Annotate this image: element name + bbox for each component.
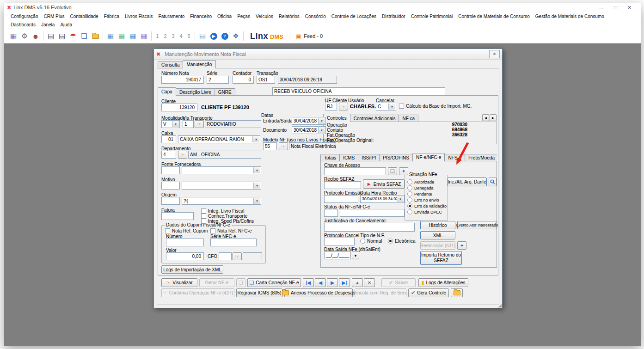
menu-item[interactable]: Distribuidor — [379, 13, 408, 20]
logs-alteracoes-button[interactable]: ▮ Logs de Alterações — [418, 278, 468, 287]
vincula-req-serv-button[interactable]: Vincula com Req. de Serv. — [355, 288, 406, 297]
checkbox-nota-ref-nfce[interactable]: Nota Ref. NFC-e — [210, 228, 251, 233]
dropdown-icon[interactable]: ▾ — [253, 183, 260, 189]
nav-last-button[interactable]: ▶| — [339, 278, 350, 287]
menu-item[interactable]: Oficina — [215, 13, 234, 20]
caixa-combo[interactable]: CAIXA OPERACIONAL RAION ▾ — [178, 135, 260, 143]
origem-code-field[interactable] — [161, 197, 180, 205]
status-desc-field[interactable] — [340, 209, 405, 217]
documento-date[interactable]: 30/04/2018 ▾ — [292, 126, 326, 134]
via-transporte-code-field[interactable]: 1 — [183, 120, 194, 128]
menu-item[interactable]: Fábrica — [101, 13, 122, 20]
radio-erro-de-validacao[interactable]: Erro de validação — [407, 203, 447, 208]
checkbox-calculo-base-import[interactable]: Cálculo da Base de Import. MG. — [399, 104, 472, 109]
cancelar-combo[interactable]: C ▾ — [376, 103, 396, 110]
umbrella-icon[interactable]: ☂ — [67, 31, 79, 42]
entrada-saida-date[interactable]: 30/04/2018 ▾ — [292, 117, 326, 125]
print-mini-button[interactable]: ❏ — [236, 278, 245, 287]
chave-acesso-field[interactable] — [324, 167, 386, 175]
minimize-button[interactable]: — — [599, 5, 604, 11]
tab-iss-ipi[interactable]: ISS/IPI — [358, 154, 380, 161]
menu-item[interactable]: Controle de Locações — [329, 13, 379, 20]
table-icon-4[interactable]: ▦ — [138, 31, 149, 42]
radio-autorizada[interactable]: Autorizada — [407, 179, 434, 184]
reemissao-button[interactable]: Reemissão (631) — [420, 241, 455, 250]
menu-item[interactable]: Financeiro — [187, 13, 215, 20]
help-icon[interactable]: ? — [219, 31, 230, 42]
maximize-button[interactable]: □ — [614, 5, 617, 11]
serie-nfce-field[interactable] — [210, 239, 257, 246]
tab-manutencao[interactable]: Manutenção — [183, 60, 215, 68]
report-icon-2[interactable]: ▤ — [56, 31, 67, 42]
play-icon[interactable]: ▶ — [208, 31, 219, 42]
dropdown-icon[interactable]: ▾ — [172, 121, 179, 127]
dropdown-icon[interactable]: ▾ — [397, 196, 404, 202]
protocolo-emissao-field[interactable] — [324, 195, 358, 203]
dropdown-icon[interactable]: ▾ — [388, 104, 395, 110]
resize-grip[interactable]: ◢ — [498, 303, 502, 308]
dropdown-icon[interactable]: ▾ — [318, 118, 325, 124]
importa-retorno-sefaz-button[interactable]: Importa Retorno do SEFAZ — [420, 251, 462, 265]
nav-up-button[interactable]: ▲ — [352, 278, 363, 287]
anexos-despesas-button[interactable]: Anexos Processo de Despesas — [284, 288, 353, 297]
table-icon-1[interactable]: ▦ — [105, 31, 116, 42]
radio-erro-no-envio[interactable]: Erro no envio — [407, 197, 439, 202]
tab-icms[interactable]: ICMS — [339, 154, 358, 161]
menu-item[interactable]: Ajuda — [57, 21, 75, 28]
menu-item[interactable]: Controle Patrimonial — [408, 13, 456, 20]
window-number-button[interactable]: 1 — [153, 32, 161, 41]
open-folder-icon[interactable] — [90, 31, 101, 42]
menu-item[interactable]: Consórcio — [302, 13, 329, 20]
dialog-close-button[interactable]: ✕ — [489, 50, 500, 58]
numero-nota-field[interactable]: 190417 — [161, 76, 204, 84]
window-number-button[interactable]: 2 — [161, 32, 169, 41]
historico-button[interactable]: Histórico — [420, 221, 455, 229]
data-saida-field[interactable]: __/__/____ — [324, 251, 351, 259]
justificativa-field[interactable] — [324, 223, 415, 232]
table-icon-3[interactable]: ▦ — [127, 31, 138, 42]
checkbox-integ-livro-fiscal[interactable]: Integ. Livro Fiscal — [201, 208, 244, 214]
chave-copy-button[interactable]: ❏ — [388, 167, 397, 175]
chave-info-button[interactable]: ✦ — [399, 167, 408, 175]
origem-combo[interactable]: ?{ ▾ — [182, 197, 261, 205]
nav-next-button[interactable]: ▶ — [327, 278, 338, 287]
motivo-combo[interactable]: ▾ — [182, 182, 261, 190]
document-icon[interactable]: ▤ — [197, 31, 208, 42]
dropdown-icon[interactable]: ▾ — [253, 198, 260, 204]
table-icon-2[interactable]: ▦ — [116, 31, 127, 42]
tab-nf-ca[interactable]: NF ca — [399, 115, 418, 122]
window-number-button[interactable]: 3 — [169, 32, 177, 41]
settings-icon[interactable]: ⚙ — [19, 31, 30, 42]
visualizar-button[interactable]: ☞ Visualizar — [161, 278, 197, 287]
fatura-field[interactable] — [161, 212, 194, 220]
tab-gnre[interactable]: GNRE — [215, 88, 235, 95]
dropdown-icon[interactable]: ▾ — [318, 127, 325, 133]
menu-item[interactable]: Configuração — [8, 13, 41, 20]
recibo-sefaz-field[interactable] — [324, 181, 361, 189]
confirma-operacao-button[interactable]: ☞ Confirma Operação NF-e (427) — [161, 288, 234, 297]
tab-descricao-livre[interactable]: Descrição Livre — [176, 88, 215, 95]
menu-item[interactable]: Veículos — [253, 13, 276, 20]
menu-item[interactable]: Janela — [38, 21, 57, 28]
window-number-button[interactable]: 4 — [177, 32, 185, 41]
protocolo-cancel-field[interactable] — [324, 238, 355, 245]
radio-denegada[interactable]: Denegada — [407, 185, 434, 190]
menu-item[interactable]: CRM Plus — [41, 13, 67, 20]
usuario-lookup-button[interactable]: ☞ — [339, 103, 348, 110]
modules-icon[interactable]: ▦ — [8, 31, 19, 42]
fonte-code-field[interactable] — [161, 166, 180, 174]
reemissao-info-button[interactable]: ✦ — [457, 241, 466, 250]
cancel-record-button[interactable]: ✕ — [364, 278, 375, 287]
user-icon[interactable]: ☻ — [30, 31, 41, 42]
menu-item[interactable]: Gestão de Materiais de Consumo — [533, 13, 607, 20]
folder-button[interactable] — [451, 288, 463, 297]
evento-ator-interessado-button[interactable]: Evento Ator Interessado — [457, 221, 497, 229]
via-transporte-lookup-button[interactable]: ☞ — [195, 120, 204, 128]
window-number-button[interactable]: 5 — [185, 32, 193, 41]
danfe-search-button[interactable] — [489, 178, 497, 186]
tab-totais[interactable]: Totais — [320, 154, 340, 161]
menu-item[interactable]: Controle de Materiais de Consumo — [455, 13, 533, 20]
nav-prev-button[interactable]: ◀ — [315, 278, 326, 287]
serie-field[interactable]: 2 — [207, 76, 229, 84]
cfo-field[interactable] — [219, 252, 232, 260]
